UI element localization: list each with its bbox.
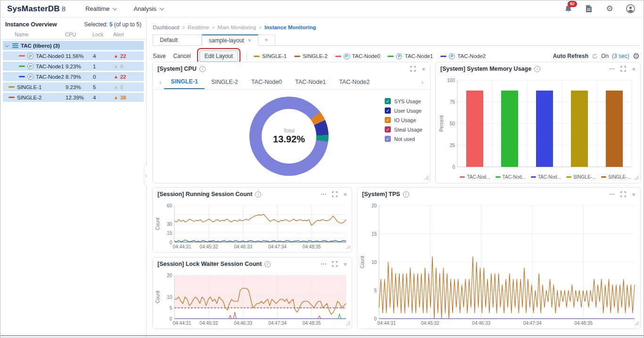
checkbox-icon[interactable]: ✓ [385, 117, 391, 123]
close-icon[interactable]: × [343, 261, 347, 267]
svg-text:0: 0 [169, 240, 172, 245]
resize-handle[interactable] [635, 319, 639, 327]
instance-row-tac-node1[interactable]: P TAC-Node1 9.23% 1 ▲0 [3, 62, 144, 71]
legend-tac-node1[interactable]: P TAC-Node1 [388, 53, 433, 59]
cancel-button[interactable]: Cancel [173, 53, 190, 59]
cpu-tab-tac-node2[interactable]: TAC-Node2 [332, 76, 376, 89]
menu-analysis[interactable]: Analysis [133, 5, 163, 12]
checkbox-icon[interactable]: ✓ [385, 98, 391, 104]
refresh-settings-gear-icon[interactable]: ⚙ [633, 52, 640, 60]
svg-text:15: 15 [167, 231, 173, 236]
resize-handle[interactable] [424, 173, 429, 181]
alert-triangle-icon: ▲ [114, 53, 118, 58]
close-icon[interactable]: × [421, 66, 425, 72]
instance-row-tac-node0[interactable]: P TAC-Node0 11.56% 4 ▲22 [3, 51, 144, 60]
info-icon[interactable]: i [255, 191, 261, 198]
cpu-tab-tac-node1[interactable]: TAC-Node1 [289, 76, 332, 89]
alert-triangle-icon: ▲ [114, 64, 118, 69]
info-icon[interactable]: i [403, 191, 409, 198]
legend-tac-node2[interactable]: P TAC-Node2 [440, 53, 486, 59]
save-button[interactable]: Save [153, 53, 165, 59]
expand-icon[interactable] [332, 261, 338, 267]
close-icon[interactable]: × [343, 191, 347, 198]
expand-icon[interactable] [620, 66, 626, 72]
more-options-icon[interactable]: ··· [609, 66, 615, 72]
panel-system-memory-usage: [System] System Memory Usage i ··· × 025… [435, 62, 641, 183]
info-icon[interactable]: i [264, 261, 271, 267]
info-icon[interactable]: i [199, 66, 206, 72]
expand-icon[interactable] [332, 191, 338, 197]
legend-not-used[interactable]: ✓Not used [385, 136, 422, 142]
cpu-tab-tac-node0[interactable]: TAC-Node0 [245, 76, 289, 89]
legend-io-usage[interactable]: ✓IO Usage [385, 117, 422, 123]
expand-icon[interactable] [620, 191, 626, 197]
sidebar-instance-overview: Instance Overview Selected: 5 (of up to … [0, 18, 147, 338]
next-arrow-icon[interactable]: › [419, 79, 426, 86]
close-tab-icon[interactable]: × [248, 37, 251, 44]
edit-layout-button[interactable]: Edit Layout [199, 50, 238, 62]
legend-item[interactable]: TAC-Nod... [495, 174, 526, 180]
instance-name: TAC-Node2 [36, 74, 64, 80]
close-icon[interactable]: × [632, 66, 636, 72]
checkbox-icon[interactable]: ✓ [385, 126, 391, 132]
legend-item[interactable]: TAC-Nod... [531, 174, 561, 180]
panel-system-cpu: [System] CPU i × ‹ SINGLE-1 SINGLE-2 TAC… [152, 62, 430, 183]
legend-item[interactable]: SINGLE-... [566, 174, 596, 180]
breadcrumb: Dashboard > Realtime > Main Monitoring >… [153, 25, 316, 30]
menu-realtime[interactable]: Realtime [85, 5, 116, 12]
panel-system-tps: [System] TPS i ··· × 05101520Count04:44:… [357, 187, 641, 329]
expand-icon[interactable] [410, 66, 416, 72]
lock-value: 4 [93, 95, 114, 100]
cpu-tab-single-2[interactable]: SINGLE-2 [205, 76, 245, 89]
resize-handle[interactable] [346, 242, 350, 251]
auto-refresh-state[interactable]: On [601, 53, 609, 59]
panel-title: [Session] Lock Waiter Session Count [157, 261, 262, 267]
legend-single-2[interactable]: SINGLE-2 [294, 53, 327, 59]
legend-steal-usage[interactable]: ✓Steal Usage [385, 126, 422, 132]
svg-text:04:44:31: 04:44:31 [173, 244, 191, 249]
resize-handle[interactable] [346, 319, 350, 327]
resize-handle[interactable] [635, 173, 639, 181]
info-icon[interactable]: i [534, 66, 540, 72]
more-options-icon[interactable]: ··· [609, 191, 615, 197]
legend-item[interactable]: SINGLE-... [601, 174, 631, 180]
svg-text:15: 15 [372, 231, 377, 237]
svg-text:20: 20 [372, 203, 377, 208]
checkbox-icon[interactable]: ✓ [385, 136, 391, 142]
top-icon-group: 82 ⚙ [563, 4, 635, 14]
refresh-icon[interactable] [592, 53, 598, 59]
layout-tabstrip: Default sample-layout × + [153, 34, 640, 46]
tab-sample-layout[interactable]: sample-layout × [202, 34, 258, 46]
svg-text:04:48:35: 04:48:35 [303, 244, 321, 249]
instance-row-tac-node2[interactable]: P TAC-Node2 8.79% 0 ▲22 [3, 72, 144, 81]
cpu-tab-single-1[interactable]: SINGLE-1 [164, 75, 205, 89]
legend-tac-node0[interactable]: P TAC-Node0 [335, 53, 380, 59]
legend-sys-usage[interactable]: ✓SYS Usage [385, 98, 422, 104]
instance-row-single-2[interactable]: SINGLE-2 12.39% 4 ▲38 [3, 93, 144, 102]
notifications-bell-icon[interactable]: 82 [563, 4, 573, 14]
report-icon[interactable] [584, 4, 594, 14]
tab-default[interactable]: Default [153, 34, 202, 46]
app-logo[interactable]: SysMasterDB 8 [7, 4, 66, 14]
expand-chevron-icon[interactable] [5, 43, 9, 47]
cpu-usage-legend: ✓SYS Usage ✓User Usage ✓IO Usage ✓Steal … [385, 98, 422, 142]
close-icon[interactable]: × [632, 191, 636, 198]
add-tab-button[interactable]: + [258, 34, 275, 46]
svg-text:Percent: Percent [439, 115, 444, 132]
instance-row-single-1[interactable]: SINGLE-1 9.23% 5 ▲0 [3, 82, 144, 91]
auto-refresh-interval[interactable]: (3 sec) [612, 53, 629, 59]
svg-text:04:46:33: 04:46:33 [234, 244, 252, 249]
legend-single-1[interactable]: SINGLE-1 [254, 53, 287, 59]
user-avatar-icon[interactable] [626, 4, 635, 14]
more-options-icon[interactable]: ··· [321, 191, 326, 197]
more-options-icon[interactable]: ··· [321, 261, 326, 267]
legend-item[interactable]: TAC-Nod... [460, 174, 490, 180]
legend-user-usage[interactable]: ✓User Usage [385, 107, 422, 114]
breadcrumb-main-monitoring[interactable]: Main Monitoring [217, 25, 256, 30]
breadcrumb-realtime[interactable]: Realtime [188, 25, 209, 30]
prev-arrow-icon[interactable]: ‹ [157, 79, 164, 86]
breadcrumb-dashboard[interactable]: Dashboard [153, 25, 179, 30]
group-row-tac[interactable]: TAC (tibero) (3) [3, 41, 144, 50]
checkbox-icon[interactable]: ✓ [385, 107, 391, 114]
settings-gear-icon[interactable]: ⚙ [605, 4, 614, 14]
